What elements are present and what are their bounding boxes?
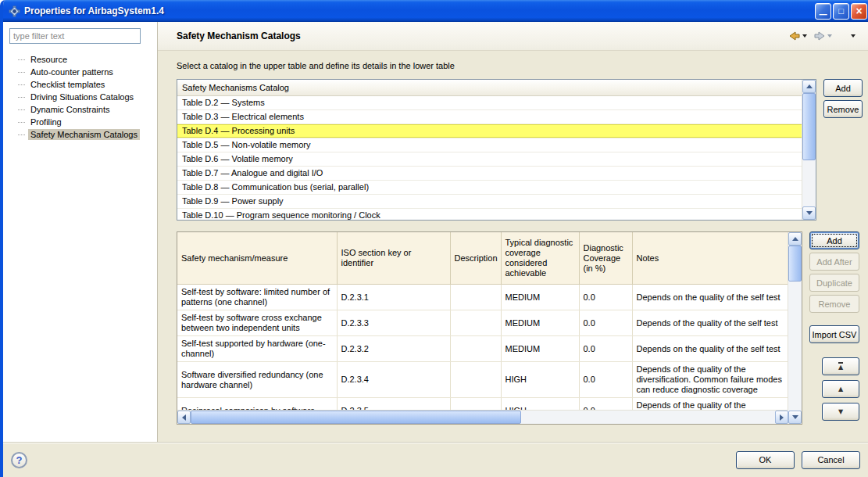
details-row[interactable]: Self-test by software: limited number of… [177,285,788,310]
sidebar-item-resource[interactable]: Resource [9,53,152,66]
catalog-row[interactable]: Table D.10 — Program sequence monitoring… [177,209,802,220]
details-cell: Depends on the quality of the self test [632,285,788,310]
details-row[interactable]: Self-test by software cross exchange bet… [177,310,788,336]
scroll-up-arrow-icon [792,237,798,241]
duplicate-button[interactable]: Duplicate [809,274,859,292]
sidebar-item-auto-counter-patterns[interactable]: Auto-counter patterns [9,66,152,78]
catalog-vertical-scrollbar[interactable] [802,80,816,220]
page-title: Safety Mechanism Catalogs [177,30,301,41]
sidebar-item-checklist-templates[interactable]: Checklist templates [9,78,152,91]
catalog-row[interactable]: Table D.9 — Power supply [177,195,802,209]
details-scroll-left-button[interactable] [177,411,191,424]
column-header-iso-section-key-or-identifier[interactable]: ISO section key or identifier [337,232,450,285]
catalog-row[interactable]: Table D.6 — Volatile memory [177,152,802,167]
details-scroll-track[interactable] [788,246,802,411]
details-hscroll-track[interactable] [191,411,775,424]
import-csv-button[interactable]: Import CSV [809,325,859,343]
forward-button[interactable] [810,27,835,45]
move-to-top-button[interactable]: ▲ [822,357,859,375]
titlebar[interactable]: Properties for AirbagSystem1.4 — □ × [3,0,868,22]
details-cell: MEDIUM [501,310,579,336]
details-row[interactable]: Reciprocal comparison by softwareD.2.3.5… [177,398,788,411]
details-cell: Self-test supported by hardware (one-cha… [177,336,337,362]
catalog-viewport: Safety Mechanisms Catalog Table D.2 — Sy… [177,80,802,220]
details-scroll-thumb[interactable] [788,246,802,282]
details-cell: MEDIUM [501,336,579,362]
sidebar-item-driving-situations-catalogs[interactable]: Driving Situations Catalogs [9,91,152,103]
details-scroll-up-button[interactable] [788,232,802,246]
catalog-row[interactable]: Table D.4 — Processing units [177,124,802,138]
move-up-button[interactable]: ▲ [822,380,859,398]
sidebar-item-label: Checklist templates [28,79,107,90]
details-cell: 0.0 [579,398,632,411]
details-hscroll-thumb[interactable] [191,411,521,424]
sidebar-item-dynamic-constraints[interactable]: Dynamic Constraints [9,103,152,116]
column-header-typical-diagnostic-coverage-considered-achievable[interactable]: Typical diagnostic coverage considered a… [501,232,579,285]
column-header-notes[interactable]: Notes [632,232,788,285]
column-header-safety-mechanism-measure[interactable]: Safety mechanism/measure [177,232,337,285]
details-row[interactable]: Software diversified redundancy (one har… [177,362,788,398]
add-button[interactable]: Add [823,79,863,97]
sidebar-item-label: Dynamic Constraints [28,104,112,115]
sidebar-item-label: Auto-counter patterns [28,66,116,77]
help-button[interactable]: ? [11,452,27,468]
column-header-description[interactable]: Description [450,232,501,285]
catalog-buttons: AddRemove [823,79,863,118]
sidebar-item-safety-mechanism-catalogs[interactable]: Safety Mechanism Catalogs [9,128,152,141]
catalog-scroll-track[interactable] [802,93,816,206]
back-button[interactable] [785,27,810,45]
details-table: Safety mechanism/measureISO section key … [177,232,788,411]
minimize-button[interactable]: — [815,3,831,20]
close-icon: × [855,5,862,17]
details-cell: Depends of the quality of the diversific… [632,362,788,398]
move-to-top-icon: ▲ [838,362,843,371]
catalog-table: Safety Mechanisms Catalog Table D.2 — Sy… [177,79,816,221]
details-action-buttons: AddAdd AfterDuplicateRemoveImport CSV [809,231,859,343]
details-scroll-right-button[interactable] [775,411,788,424]
remove-button[interactable]: Remove [809,295,859,313]
details-buttons: AddAdd AfterDuplicateRemoveImport CSV ▲▲… [809,231,859,421]
scroll-left-arrow-icon [182,414,186,421]
close-button[interactable]: × [851,3,867,20]
view-menu-button[interactable] [848,32,859,40]
catalog-row[interactable]: Table D.3 — Electrical elements [177,110,802,124]
sidebar-item-label: Profiling [28,117,64,127]
details-row[interactable]: Self-test supported by hardware (one-cha… [177,336,788,362]
details-section: Safety mechanism/measureISO section key … [177,231,868,425]
details-cell: Software diversified redundancy (one har… [177,362,337,398]
catalog-scroll-down-button[interactable] [802,206,816,220]
catalog-row[interactable]: Table D.8 — Communication bus (serial, p… [177,181,802,195]
details-horizontal-scrollbar[interactable] [177,410,788,424]
details-scroll-down-button[interactable] [788,411,802,424]
forward-arrow-icon [813,30,826,42]
maximize-button[interactable]: □ [833,3,849,20]
catalog-column-header[interactable]: Safety Mechanisms Catalog [177,80,802,96]
footer-buttons: OK Cancel [736,451,860,469]
add-after-button[interactable]: Add After [809,253,859,271]
content-header: Safety Mechanism Catalogs [158,22,868,51]
sidebar-item-profiling[interactable]: Profiling [9,116,152,128]
details-viewport: Safety mechanism/measureISO section key … [177,232,788,411]
catalog-row[interactable]: Table D.5 — Non-volatile memory [177,138,802,152]
move-down-button[interactable]: ▼ [822,403,859,421]
catalog-scroll-thumb[interactable] [802,93,816,160]
dialog-body: ResourceAuto-counter patternsChecklist t… [3,22,868,442]
window-gear-icon [9,5,20,17]
add-button[interactable]: Add [809,231,859,249]
details-vertical-scrollbar[interactable] [788,232,802,424]
details-table-container: Safety mechanism/measureISO section key … [177,231,802,425]
back-dropdown-icon [802,34,807,38]
details-cell: 0.0 [579,285,632,310]
details-cell [450,336,501,362]
catalog-scroll-up-button[interactable] [802,80,816,93]
details-cell: Depends on the quality of the self test [632,336,788,362]
catalog-row[interactable]: Table D.7 — Analogue and digital I/O [177,167,802,181]
details-cell: Self-test by software cross exchange bet… [177,310,337,336]
move-up-icon: ▲ [838,386,843,393]
catalog-row[interactable]: Table D.2 — Systems [177,96,802,110]
remove-button[interactable]: Remove [823,100,863,118]
cancel-button[interactable]: Cancel [802,451,860,469]
column-header-diagnostic-coverage-in[interactable]: Diagnostic Coverage (in %) [579,232,632,285]
ok-button[interactable]: OK [736,451,795,469]
filter-input[interactable] [9,28,141,44]
